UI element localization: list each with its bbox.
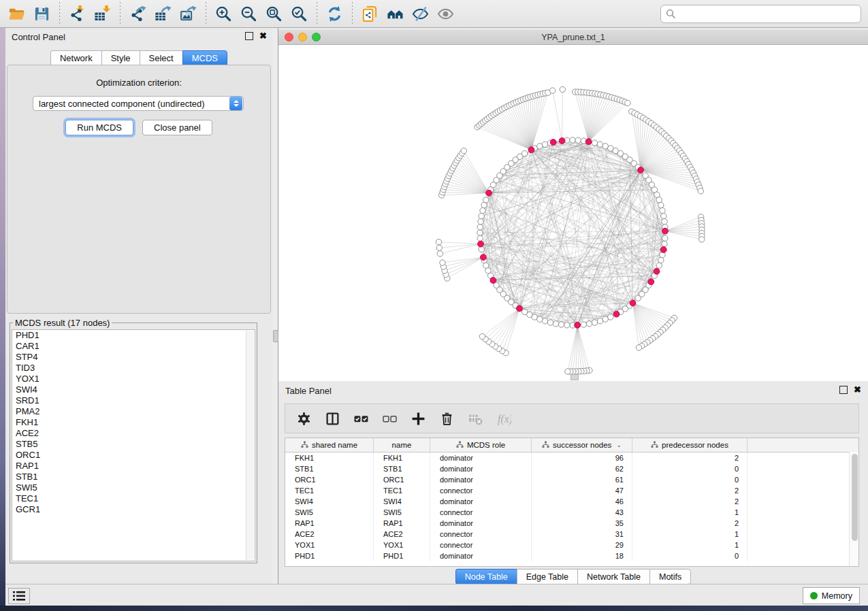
- export-image-icon: [180, 5, 197, 23]
- table-row-RAP1[interactable]: RAP1RAP1dominator352: [285, 518, 858, 529]
- open-file-button[interactable]: [4, 2, 29, 26]
- table-row-STB1[interactable]: STB1STB1dominator620: [285, 463, 858, 474]
- close-table-panel-icon[interactable]: ✖: [854, 386, 861, 393]
- tab-select[interactable]: Select: [140, 50, 182, 66]
- tab-network-table[interactable]: Network Table: [577, 569, 649, 584]
- mcds-result-item[interactable]: FKH1: [12, 417, 255, 428]
- zoom-fit-button[interactable]: [261, 2, 287, 26]
- open-file-icon: [8, 5, 25, 23]
- show-neighbors-button[interactable]: [383, 2, 408, 26]
- mcds-result-item[interactable]: STB1: [12, 472, 255, 482]
- clone-network-button[interactable]: [357, 2, 383, 26]
- tab-motifs[interactable]: Motifs: [649, 569, 691, 584]
- network-view-canvas[interactable]: [278, 45, 868, 381]
- mcds-result-item[interactable]: STP4: [12, 352, 255, 363]
- float-table-panel-icon[interactable]: [839, 386, 848, 394]
- import-network-button[interactable]: [65, 2, 90, 26]
- table-row-SWI4[interactable]: SWI4SWI4dominator462: [285, 496, 858, 507]
- mcds-result-item[interactable]: GCR1: [12, 504, 255, 515]
- cell-successor-nodes: 18: [532, 550, 632, 561]
- table-row-FKH1[interactable]: FKH1FKH1dominator962: [285, 452, 858, 463]
- mcds-result-list[interactable]: PHD1CAR1STP4TID3YOX1SWI4SRD1PMA2FKH1ACE2…: [12, 329, 255, 561]
- table-row-ACE2[interactable]: ACE2ACE2connector311: [285, 529, 858, 540]
- import-table-button[interactable]: [90, 2, 115, 26]
- toolbar-separator: [206, 2, 206, 25]
- run-mcds-button[interactable]: Run MCDS: [65, 120, 133, 135]
- horizontal-splitter-handle[interactable]: [570, 374, 579, 380]
- table-row-YOX1[interactable]: YOX1YOX1connector291: [285, 540, 858, 550]
- table-scrollbar[interactable]: [849, 452, 858, 566]
- network-graph[interactable]: [278, 45, 868, 381]
- export-table-icon: [155, 5, 172, 23]
- zoom-out-button[interactable]: [236, 2, 261, 26]
- mcds-result-item[interactable]: PMA2: [12, 406, 255, 417]
- cell-name: STB1: [374, 463, 430, 474]
- mcds-result-item[interactable]: SWI4: [12, 384, 255, 395]
- hide-selected-button[interactable]: [408, 2, 433, 26]
- mcds-result-item[interactable]: YOX1: [12, 374, 255, 384]
- mcds-list-scrollbar[interactable]: [246, 331, 254, 560]
- mcds-result-item[interactable]: RAP1: [12, 461, 255, 472]
- mcds-result-item[interactable]: SRD1: [12, 395, 255, 406]
- mcds-result-item[interactable]: STB5: [12, 439, 255, 450]
- hide-selected-icon: [412, 5, 429, 23]
- deselect-all-rows-button[interactable]: [382, 411, 397, 426]
- export-table-button[interactable]: [150, 2, 176, 26]
- column-header-predecessor-nodes[interactable]: predecessor nodes: [632, 438, 748, 452]
- show-all-button[interactable]: [433, 2, 458, 26]
- table-settings-button[interactable]: [296, 411, 311, 426]
- mcds-result-item[interactable]: SWI5: [12, 482, 255, 493]
- zoom-selected-button[interactable]: [287, 2, 312, 26]
- mcds-result-item[interactable]: TEC1: [12, 493, 255, 504]
- tab-network[interactable]: Network: [50, 50, 101, 66]
- mcds-result-item[interactable]: PHD1: [12, 330, 255, 341]
- splitter-handle[interactable]: [273, 330, 278, 342]
- select-all-rows-button[interactable]: [353, 411, 368, 426]
- show-columns-button[interactable]: [325, 411, 340, 426]
- table-row-TEC1[interactable]: TEC1TEC1connector472: [285, 485, 858, 496]
- zoom-in-button[interactable]: [211, 2, 236, 26]
- table-row-SWI5[interactable]: SWI5SWI5connector431: [285, 507, 858, 518]
- mcds-result-item[interactable]: CAR1: [12, 341, 255, 352]
- table-row-PHD1[interactable]: PHD1PHD1dominator180: [285, 550, 858, 561]
- network-window-titlebar[interactable]: YPA_prune.txt_1: [278, 30, 868, 45]
- mcds-result-item[interactable]: ACE2: [12, 428, 255, 439]
- task-history-button[interactable]: [8, 588, 30, 604]
- mcds-result-item[interactable]: TID3: [12, 363, 255, 374]
- control-panel: Control Panel ✖ NetworkStyleSelectMCDS O…: [5, 28, 272, 584]
- add-row-button[interactable]: [411, 411, 425, 426]
- cell-shared-name: PHD1: [285, 550, 374, 561]
- vertical-splitter[interactable]: [272, 28, 278, 584]
- close-panel-button[interactable]: Close panel: [142, 120, 212, 135]
- column-header-MCDS-role[interactable]: MCDS role: [430, 438, 532, 452]
- apply-layout-button[interactable]: [322, 2, 347, 26]
- table-header-row: shared namenameMCDS rolesuccessor nodes⌄…: [285, 438, 858, 452]
- desktop-edge-left: [0, 28, 5, 606]
- save-session-button[interactable]: [29, 2, 54, 26]
- tab-mcds[interactable]: MCDS: [182, 50, 227, 66]
- close-panel-icon[interactable]: ✖: [259, 33, 267, 39]
- mcds-result-item[interactable]: ORC1: [12, 450, 255, 461]
- export-image-button[interactable]: [176, 2, 201, 26]
- table-scrollbar-thumb[interactable]: [852, 454, 858, 541]
- control-panel-tabs: NetworkStyleSelectMCDS: [5, 50, 272, 66]
- cell-MCDS-role: connector: [430, 529, 532, 540]
- tab-style[interactable]: Style: [101, 50, 140, 66]
- delete-row-button[interactable]: [439, 411, 454, 426]
- cell-predecessor-nodes: 1: [632, 507, 748, 518]
- tab-node-table[interactable]: Node Table: [455, 569, 517, 584]
- export-network-button[interactable]: [125, 2, 150, 26]
- search-box[interactable]: [660, 5, 861, 23]
- column-header-successor-nodes[interactable]: successor nodes⌄: [532, 438, 632, 452]
- column-header-shared-name[interactable]: shared name: [285, 438, 374, 452]
- criterion-dropdown[interactable]: largest connected component (undirected): [33, 96, 244, 111]
- memory-button[interactable]: Memory: [803, 587, 860, 604]
- search-input[interactable]: [679, 7, 861, 20]
- tab-edge-table[interactable]: Edge Table: [517, 569, 577, 584]
- toolbar-group: [211, 2, 312, 26]
- table-row-ORC1[interactable]: ORC1ORC1dominator610: [285, 474, 858, 485]
- memory-button-label: Memory: [822, 591, 852, 601]
- deselect-all-rows-icon: [383, 412, 397, 426]
- float-panel-icon[interactable]: [245, 32, 253, 40]
- column-header-name[interactable]: name: [374, 438, 430, 452]
